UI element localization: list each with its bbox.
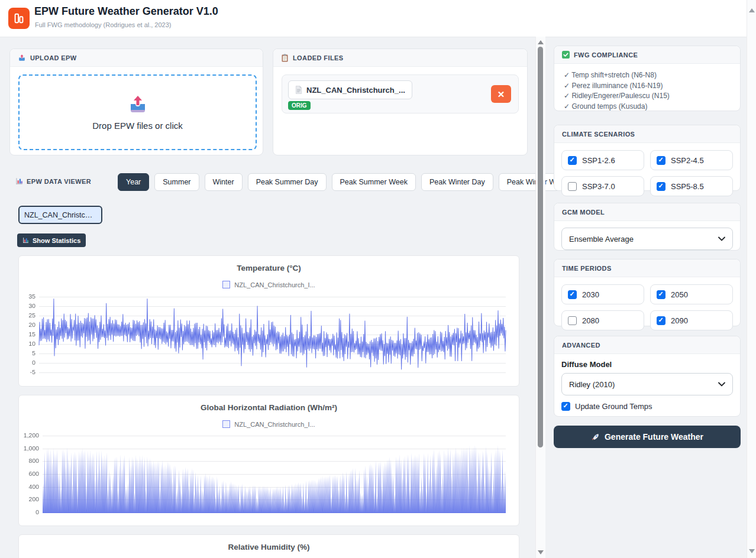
radiation-legend[interactable]: NZL_CAN_Christchurch_I... [19, 420, 519, 428]
fwg-compliance-panel: FWG COMPLIANCE ✓ Temp shift+stretch (N6-… [554, 46, 741, 111]
tab-peak-winter-day[interactable]: Peak Winter Day [421, 173, 493, 191]
show-statistics-button[interactable]: Show Statistics [17, 233, 86, 247]
app-header: EPW Future Weather Generator V1.0 Full F… [0, 0, 756, 37]
remove-file-button[interactable]: ✕ [491, 85, 511, 103]
checkbox-icon[interactable] [657, 290, 665, 299]
time-periods-title: TIME PERIODS [562, 265, 612, 272]
compliance-item: ✓ Ridley/Engerer/Paulescu (N15) [564, 91, 731, 102]
legend-swatch-icon [222, 420, 230, 428]
period-option-2080[interactable]: 2080 [561, 310, 644, 330]
loaded-file-row: NZL_CAN_Christchurch_... ORIG ✕ [282, 74, 519, 113]
loaded-files-panel: LOADED FILES NZL_CAN_Christchurch_... OR… [273, 48, 528, 155]
period-option-2050[interactable]: 2050 [650, 284, 733, 304]
content-scrollbar-thumb[interactable] [538, 47, 543, 447]
advanced-header: ADVANCED [554, 336, 740, 354]
scroll-down-arrow-icon[interactable] [749, 549, 755, 553]
viewer-title: EPW DATA VIEWER [27, 178, 91, 185]
gcm-model-title: GCM MODEL [562, 209, 605, 216]
climate-scenarios-title: CLIMATE SCENARIOS [562, 131, 635, 138]
bar-chart-icon [22, 237, 29, 244]
upload-tray-icon [18, 54, 26, 62]
gcm-model-value: Ensemble Average [569, 235, 634, 244]
diffuse-model-label: Diffuse Model [561, 360, 733, 369]
tab-winter[interactable]: Winter [205, 173, 243, 191]
advanced-title: ADVANCED [562, 342, 600, 349]
bar-chart-icon [15, 177, 23, 185]
green-check-icon [562, 51, 570, 59]
temperature-legend[interactable]: NZL_CAN_Christchurch_I... [19, 281, 519, 288]
legend-label: NZL_CAN_Christchurch_I... [234, 281, 315, 288]
loaded-file-name: NZL_CAN_Christchurch_... [306, 86, 405, 95]
checkbox-icon[interactable] [568, 290, 577, 299]
scenario-option-ssp5[interactable]: SSP5-8.5 [650, 176, 733, 196]
file-icon [295, 86, 302, 94]
legend-swatch-icon [222, 281, 230, 288]
viewer-header: EPW DATA VIEWER [15, 177, 91, 185]
radiation-canvas [21, 430, 515, 518]
scenario-option-ssp1[interactable]: SSP1-2.6 [561, 150, 644, 170]
diffuse-model-value: Ridley (2010) [569, 380, 615, 389]
fwg-compliance-header: FWG COMPLIANCE [554, 46, 740, 64]
rocket-icon [591, 433, 600, 442]
scenario-option-ssp3[interactable]: SSP3-7.0 [561, 176, 644, 196]
temperature-chart-title: Temperature (°C) [19, 264, 519, 272]
diffuse-model-select[interactable]: Ridley (2010) [561, 373, 733, 395]
page-subtitle: Full FWG methodology (Rodrigues et al., … [35, 21, 172, 28]
checkbox-icon[interactable] [657, 182, 665, 191]
content-scrollbar[interactable] [535, 37, 545, 558]
generate-button-label: Generate Future Weather [605, 432, 703, 442]
epw-dropzone[interactable]: Drop EPW files or click [18, 74, 257, 150]
page-title: EPW Future Weather Generator V1.0 [34, 5, 218, 18]
dropzone-label: Drop EPW files or click [92, 121, 183, 131]
generate-future-weather-button[interactable]: Generate Future Weather [554, 426, 741, 448]
gcm-model-select[interactable]: Ensemble Average [561, 228, 733, 250]
close-icon: ✕ [497, 89, 505, 99]
show-statistics-label: Show Statistics [33, 237, 80, 244]
checkbox-icon[interactable] [568, 316, 577, 325]
compliance-item: ✓ Perez illuminance (N16-N19) [564, 81, 731, 92]
tab-peak-summer-week[interactable]: Peak Summer Week [332, 173, 416, 191]
checkbox-icon[interactable] [657, 156, 665, 165]
clipboard-icon [281, 54, 289, 62]
loaded-files-header: LOADED FILES [273, 49, 527, 67]
humidity-chart-title: Relative Humidity (%) [19, 543, 519, 551]
upload-panel-header: UPLOAD EPW [10, 49, 263, 67]
viewer-tab-bar: Year Summer Winter Peak Summer Day Peak … [118, 173, 576, 191]
radiation-chart-title: Global Horizontal Radiation (Wh/m²) [19, 403, 519, 412]
checkbox-icon[interactable] [561, 402, 570, 411]
upload-tray-icon [128, 95, 147, 113]
update-ground-temps-option[interactable]: Update Ground Temps [561, 402, 733, 411]
legend-label: NZL_CAN_Christchurch_I... [234, 421, 315, 428]
file-orig-badge: ORIG [288, 101, 311, 110]
temperature-canvas [21, 290, 515, 379]
climate-scenarios-panel: CLIMATE SCENARIOS SSP1-2.6 SSP2-4.5 SSP3… [554, 125, 741, 191]
fwg-compliance-title: FWG COMPLIANCE [574, 51, 638, 59]
humidity-chart-card: Relative Humidity (%) [18, 534, 519, 558]
viewer-file-selector[interactable]: NZL_CAN_Christchur... [18, 206, 102, 224]
upload-panel: UPLOAD EPW Drop EPW files or click [9, 48, 263, 155]
checkbox-icon[interactable] [568, 182, 577, 191]
gcm-model-panel: GCM MODEL Ensemble Average [554, 203, 741, 251]
scroll-up-arrow-icon[interactable] [538, 40, 544, 44]
tab-summer[interactable]: Summer [154, 173, 199, 191]
checkbox-icon[interactable] [657, 316, 665, 325]
app-window: EPW Future Weather Generator V1.0 Full F… [0, 0, 756, 558]
scroll-up-arrow-icon[interactable] [749, 8, 755, 12]
scenario-option-ssp2[interactable]: SSP2-4.5 [650, 150, 733, 170]
scroll-down-arrow-icon[interactable] [538, 550, 544, 554]
app-logo-icon [8, 8, 30, 29]
period-option-2090[interactable]: 2090 [650, 310, 733, 330]
loaded-file-chip[interactable]: NZL_CAN_Christchurch_... [288, 80, 412, 99]
page-scrollbar[interactable] [747, 0, 756, 558]
tab-year[interactable]: Year [118, 173, 149, 191]
chevron-down-icon [718, 382, 725, 387]
advanced-panel: ADVANCED Diffuse Model Ridley (2010) Upd… [554, 336, 741, 417]
upload-panel-title: UPLOAD EPW [30, 54, 77, 61]
time-periods-header: TIME PERIODS [554, 259, 740, 277]
gcm-model-header: GCM MODEL [554, 203, 740, 221]
period-option-2030[interactable]: 2030 [561, 284, 644, 304]
time-periods-panel: TIME PERIODS 2030 2050 2080 2090 [554, 259, 741, 326]
compliance-item: ✓ Ground temps (Kusuda) [564, 102, 731, 112]
checkbox-icon[interactable] [568, 156, 577, 165]
tab-peak-summer-day[interactable]: Peak Summer Day [248, 173, 327, 191]
